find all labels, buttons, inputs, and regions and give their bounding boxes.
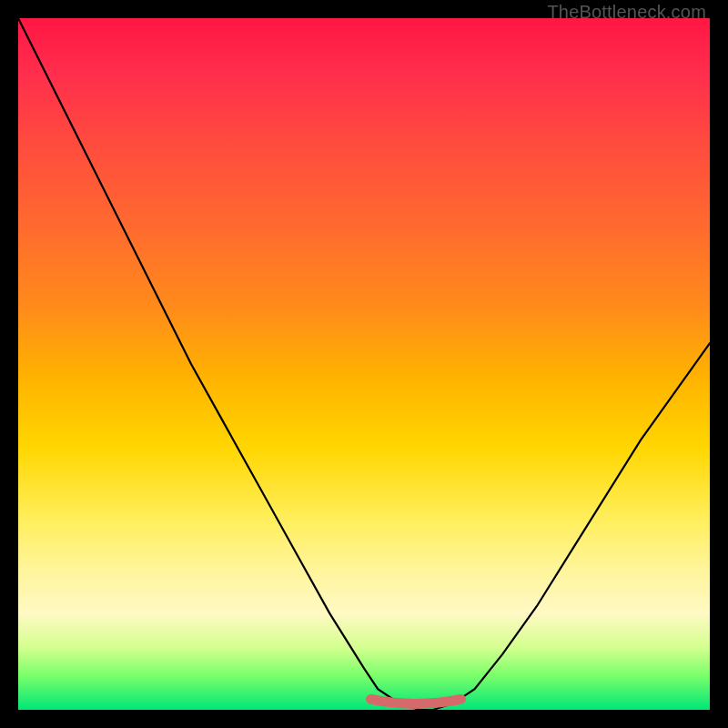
curve-layer — [18, 18, 710, 710]
bottleneck-curve — [18, 18, 710, 710]
optimal-range-marker — [371, 699, 461, 703]
chart-frame: TheBottleneck.com — [0, 0, 728, 728]
plot-area — [18, 18, 710, 710]
